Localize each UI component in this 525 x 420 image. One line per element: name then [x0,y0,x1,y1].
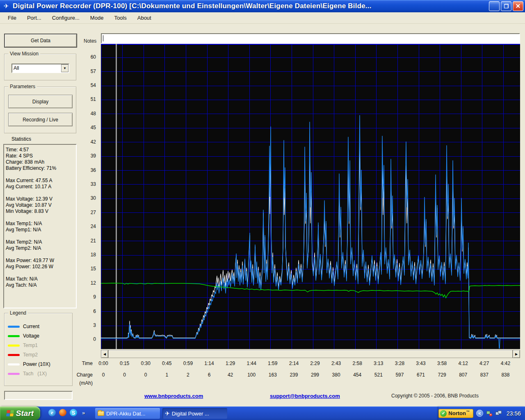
legend-item-temp2: Temp2 [8,351,38,359]
website-link[interactable]: www.bnbproducts.com [144,393,203,399]
charge-value-label: 0 [114,372,135,378]
charge-value-label: 729 [431,372,453,378]
charge-value-label: 454 [347,372,368,378]
time-tick-label: 0:59 [177,361,199,366]
time-tick-label: 0:30 [135,361,156,366]
chart-canvas [101,44,520,349]
taskbar-button-app[interactable]: ✈ Digital Power ... [162,408,227,419]
charge-value-label: 0 [135,372,156,378]
legend-item-current: Current [8,322,39,331]
view-mission-group: View Mission All ▼ [4,54,76,80]
charge-value-label: 42 [220,372,241,378]
legend-item-label: Temp2 [23,352,38,358]
desktop: ✈ Digital Power Recorder (DPR-100) [C:\D… [0,0,525,420]
window-titlebar: ✈ Digital Power Recorder (DPR-100) [C:\D… [0,0,525,12]
y-tick-label: 3 [81,322,96,328]
time-row-label: Time [75,361,93,366]
folder-icon [98,411,104,416]
legend-swatch-icon [8,335,20,337]
support-email-link[interactable]: support@bnbproducts.com [270,393,340,399]
view-mission-label: View Mission [8,51,40,57]
close-button[interactable]: ✕ [513,1,523,11]
time-tick-label: 2:14 [283,361,304,366]
legend-swatch-icon [8,345,20,347]
internet-explorer-icon[interactable]: e [48,409,56,416]
firefox-icon[interactable] [59,409,66,416]
time-tick-label: 2:29 [304,361,326,366]
y-tick-label: 42 [81,139,96,145]
y-tick-label: 36 [81,167,96,173]
y-tick-label: 27 [81,210,96,215]
y-axis-labels: 60575451484542393633302724211815129630 [80,44,99,349]
scroll-left-arrow-icon[interactable]: ◀ [101,350,108,358]
scroll-thumb[interactable] [108,350,513,358]
y-tick-label: 60 [81,54,96,60]
charge-unit-label: (mAh) [75,380,93,386]
charge-value-label: 380 [326,372,347,378]
time-tick-label: 0:00 [93,361,114,366]
charge-value-label: 2 [177,372,199,378]
tray-collapse-chevron-icon[interactable]: < [476,410,483,417]
charge-value-label: 597 [389,372,410,378]
time-tick-label: 0:45 [156,361,178,366]
menu-item-tools[interactable]: Tools [110,13,131,23]
chart-plot-area [101,44,520,349]
y-tick-label: 9 [81,294,96,300]
time-tick-label: 3:28 [389,361,410,366]
norton-check-icon: ✓ [440,410,447,417]
network-icon[interactable] [495,411,502,416]
chevron-down-icon[interactable]: ▼ [61,64,68,72]
notes-input[interactable] [101,33,520,43]
start-button[interactable]: Start [0,406,40,420]
tray-status-icon[interactable]: ✕ [486,411,493,416]
view-mission-select[interactable]: All ▼ [11,64,69,73]
y-tick-label: 6 [81,308,96,314]
taskbar-button-folder[interactable]: DPR-Akku Dat... [95,408,160,419]
scroll-right-arrow-icon[interactable]: ▶ [513,350,520,358]
chart-hscrollbar[interactable]: ◀ ▶ [101,350,520,358]
menu-item-mode[interactable]: Mode [86,13,108,23]
y-tick-label: 57 [81,68,96,74]
y-tick-label: 15 [81,266,96,272]
y-tick-label: 33 [81,181,96,187]
time-tick-label: 2:58 [347,361,368,366]
y-tick-label: 0 [81,336,96,342]
charge-value-label: 1 [156,372,178,378]
charge-value-label: 163 [262,372,283,378]
y-tick-label: 45 [81,125,96,130]
get-data-button[interactable]: Get Data [4,34,77,48]
menu-bar: FilePort...Configure...ModeToolsAbout [0,12,525,24]
y-tick-label: 30 [81,195,96,201]
menu-item-configure[interactable]: Configure... [48,13,84,23]
display-button[interactable]: Display [8,95,73,108]
time-tick-label: 2:43 [326,361,347,366]
status-bar [4,391,73,400]
legend-item-label: Power (10X) [23,361,50,367]
skype-icon[interactable]: S [70,409,77,416]
menu-item-file[interactable]: File [3,13,21,23]
minimize-button[interactable]: _ [489,1,500,11]
charge-value-label: 299 [304,372,326,378]
statistics-label: Statistics [11,136,31,142]
charge-value-label: 6 [199,372,220,378]
y-tick-label: 54 [81,82,96,88]
charge-value-label: 837 [474,372,495,378]
quicklaunch-overflow-chevron[interactable]: » [82,410,85,416]
legend-item-power: Power (10X) [8,360,50,368]
taskbar: Start e S » DPR-Akku Dat... ✈ Digital Po… [0,406,525,420]
y-tick-label: 18 [81,252,96,258]
copyright-text: Copyright © 2005 - 2006, BNB Products [391,393,479,399]
menu-item-port[interactable]: Port... [23,13,46,23]
recording-live-button[interactable]: Recording / Live [8,113,73,126]
restore-button[interactable]: ❐ [501,1,511,11]
y-tick-label: 51 [81,96,96,102]
time-tick-label: 4:42 [495,361,516,366]
charge-value-label: 0 [93,372,114,378]
charge-value-label: 807 [452,372,474,378]
time-tick-label: 0:15 [114,361,135,366]
legend-item-temp1: Temp1 [8,341,38,349]
norton-badge[interactable]: ✓ Norton™ [438,409,473,418]
menu-item-about[interactable]: About [133,13,156,23]
y-tick-label: 39 [81,153,96,159]
charge-value-label: 671 [410,372,431,378]
